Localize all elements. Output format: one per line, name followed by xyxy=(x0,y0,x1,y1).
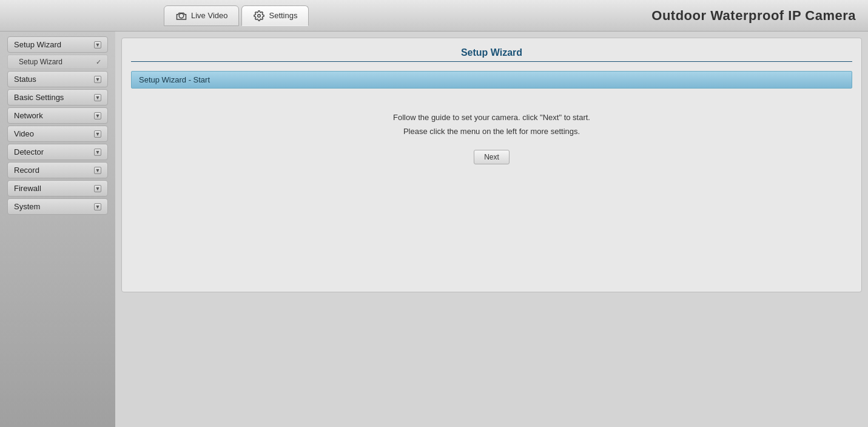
content-panel: Setup Wizard Setup Wizard - Start Follow… xyxy=(121,38,862,292)
chevron-down-icon: ▼ xyxy=(94,203,101,210)
chevron-down-icon: ▼ xyxy=(94,112,101,119)
gear-icon xyxy=(253,10,265,22)
sidebar-item-system-label: System xyxy=(14,202,40,211)
svg-point-1 xyxy=(258,14,261,17)
chevron-down-icon: ▼ xyxy=(94,76,101,83)
sidebar-item-network-label: Network xyxy=(14,111,43,120)
chevron-down-icon: ▼ xyxy=(94,41,101,49)
page-title: Outdoor Waterproof IP Camera xyxy=(651,8,856,24)
sidebar-item-record[interactable]: Record ▼ xyxy=(7,162,108,178)
tab-settings[interactable]: Settings xyxy=(241,5,309,26)
tab-live-video-label: Live Video xyxy=(191,11,227,20)
sidebar-item-basic-settings[interactable]: Basic Settings ▼ xyxy=(7,89,108,106)
content-area: Setup Wizard Setup Wizard - Start Follow… xyxy=(115,32,868,427)
sidebar-item-video[interactable]: Video ▼ xyxy=(7,126,108,142)
sidebar-item-setup-wizard-label: Setup Wizard xyxy=(14,40,61,49)
main-layout: Setup Wizard ▼ Setup Wizard ✓ Status ▼ B… xyxy=(0,32,868,427)
sidebar-item-network[interactable]: Network ▼ xyxy=(7,107,108,124)
sidebar-item-video-label: Video xyxy=(14,129,34,138)
sidebar-item-firewall-label: Firewall xyxy=(14,184,41,193)
next-button[interactable]: Next xyxy=(474,150,510,164)
instruction-line-1: Follow the guide to set your camera. cli… xyxy=(143,113,840,122)
chevron-down-icon: ▼ xyxy=(94,149,101,156)
chevron-down-icon: ▼ xyxy=(94,94,101,101)
tab-live-video[interactable]: Live Video xyxy=(164,5,239,26)
sidebar-item-status-label: Status xyxy=(14,75,36,84)
chevron-down-icon: ▼ xyxy=(94,130,101,138)
sidebar-subitem-setup-wizard[interactable]: Setup Wizard ✓ xyxy=(7,55,108,69)
sidebar-item-setup-wizard[interactable]: Setup Wizard ▼ xyxy=(7,36,108,53)
sidebar-item-detector-label: Detector xyxy=(14,147,44,156)
sidebar-item-status[interactable]: Status ▼ xyxy=(7,71,108,87)
chevron-down-icon: ▼ xyxy=(94,185,101,192)
tab-settings-label: Settings xyxy=(269,11,297,20)
top-bar: Live Video Settings Outdoor Waterproof I… xyxy=(0,0,868,32)
svg-point-0 xyxy=(179,13,184,18)
wizard-header-text: Setup Wizard - Start xyxy=(139,75,210,84)
sidebar-item-system[interactable]: System ▼ xyxy=(7,198,108,215)
sidebar-subitem-setup-wizard-label: Setup Wizard xyxy=(19,58,62,66)
panel-title: Setup Wizard xyxy=(131,47,852,62)
checkmark-icon: ✓ xyxy=(96,58,101,66)
tab-group: Live Video Settings xyxy=(164,5,311,26)
wizard-body: Follow the guide to set your camera. cli… xyxy=(131,101,852,177)
wizard-header-bar: Setup Wizard - Start xyxy=(131,71,852,89)
chevron-down-icon: ▼ xyxy=(94,167,101,174)
camera-icon xyxy=(175,10,187,22)
sidebar-item-firewall[interactable]: Firewall ▼ xyxy=(7,180,108,197)
sidebar-item-detector[interactable]: Detector ▼ xyxy=(7,144,108,160)
sidebar-item-record-label: Record xyxy=(14,166,39,175)
sidebar: Setup Wizard ▼ Setup Wizard ✓ Status ▼ B… xyxy=(0,32,115,427)
instruction-line-2: Please click the menu on the left for mo… xyxy=(143,127,840,136)
sidebar-item-basic-settings-label: Basic Settings xyxy=(14,93,64,102)
